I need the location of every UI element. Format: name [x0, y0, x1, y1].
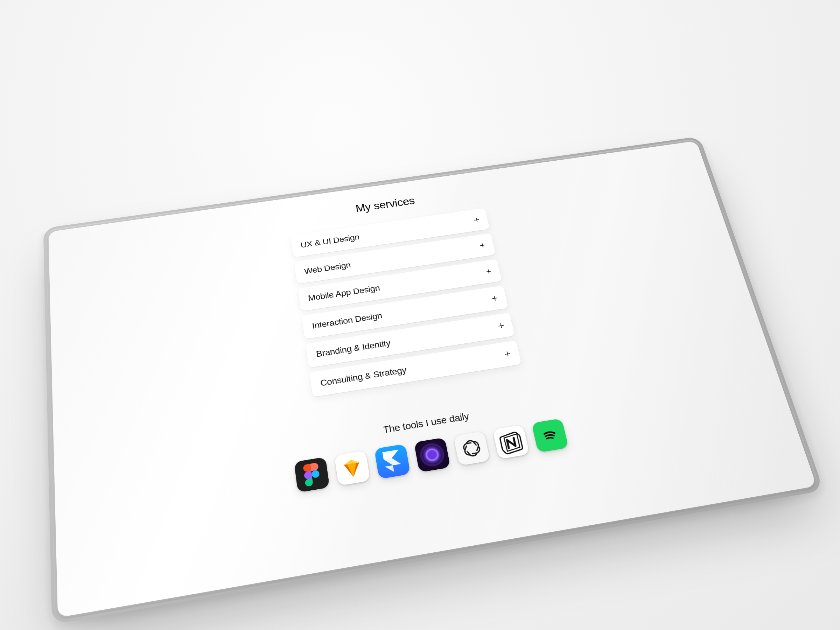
plus-icon: [503, 350, 512, 358]
openai-icon[interactable]: [453, 431, 490, 466]
notion-icon[interactable]: [493, 425, 529, 459]
figma-icon[interactable]: [294, 457, 330, 493]
service-row-web[interactable]: Web Design: [294, 233, 496, 284]
service-label: Web Design: [304, 261, 351, 276]
screen: My services UX & UI Design Web Design: [48, 141, 816, 617]
service-row-ux-ui[interactable]: UX & UI Design: [291, 208, 490, 257]
spotify-icon[interactable]: [531, 418, 569, 453]
service-label: Mobile App Design: [308, 283, 381, 303]
service-label: UX & UI Design: [300, 233, 360, 250]
service-label: Interaction Design: [311, 311, 383, 331]
plus-icon: [473, 217, 481, 223]
service-label: Branding & Identity: [315, 338, 391, 359]
tools-row: [294, 418, 569, 493]
service-label: Consulting & Strategy: [319, 365, 407, 388]
plus-icon: [491, 295, 499, 302]
monitor-frame: My services UX & UI Design Web Design: [43, 136, 824, 625]
plus-icon: [485, 268, 493, 275]
sketch-icon[interactable]: [334, 450, 370, 486]
services-accordion: UX & UI Design Web Design: [291, 208, 522, 397]
tools-heading: The tools I use daily: [382, 411, 470, 436]
service-row-interaction[interactable]: Interaction Design: [302, 285, 508, 339]
page-content: My services UX & UI Design Web Design: [287, 185, 542, 488]
service-row-consulting[interactable]: Consulting & Strategy: [309, 340, 521, 397]
plus-icon: [497, 322, 505, 329]
service-row-mobile[interactable]: Mobile App Design: [298, 259, 502, 311]
services-heading: My services: [355, 195, 416, 215]
plus-icon: [478, 242, 486, 249]
circle-app-icon[interactable]: [414, 437, 450, 472]
service-row-branding[interactable]: Branding & Identity: [306, 313, 515, 368]
screen-glare: [48, 141, 816, 617]
framer-icon[interactable]: [374, 444, 411, 479]
